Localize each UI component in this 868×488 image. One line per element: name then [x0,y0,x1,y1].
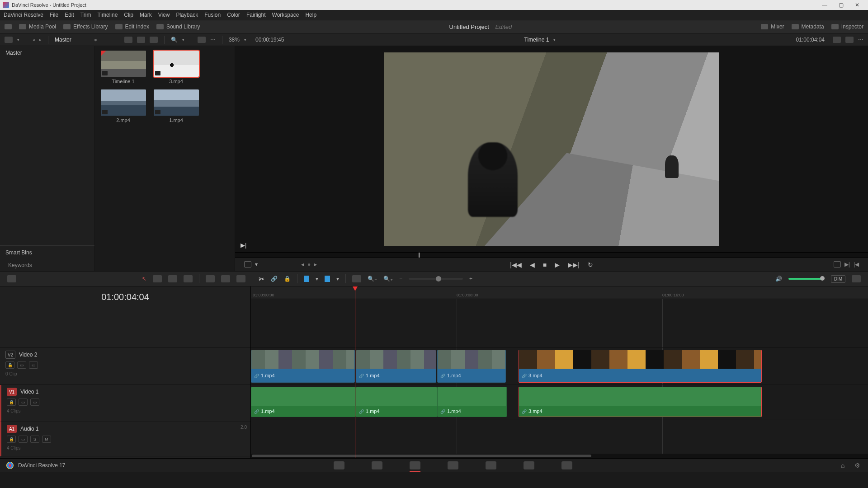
match-frame-icon[interactable] [834,261,841,267]
marker-dropdown[interactable]: ▾ [336,276,339,282]
keywords-bin[interactable]: Keywords [0,259,94,271]
viewer-zoom[interactable]: 38% [229,37,240,43]
menu-timeline[interactable]: Timeline [97,12,118,18]
v2-visible-icon[interactable]: ▭ [29,361,38,369]
go-to-in-icon[interactable]: ▶| [844,261,850,267]
viewer-options-icon[interactable]: ⋯ [858,37,863,43]
flag-dropdown[interactable]: ▾ [316,276,318,282]
menu-color[interactable]: Color [227,12,240,18]
v1-visible-icon[interactable]: ▭ [30,399,39,406]
menu-edit[interactable]: Edit [65,12,74,18]
flag-icon[interactable] [304,276,309,282]
clip-thumbnail[interactable] [101,51,146,77]
first-frame-button[interactable]: |◀◀ [510,261,522,268]
menu-trim[interactable]: Trim [80,12,91,18]
sidebar-toggle-icon[interactable] [5,37,13,43]
link-icon[interactable]: 🔗 [271,276,278,282]
prev-frame-button[interactable]: ◀ [530,261,535,268]
timeline-audio-clip[interactable]: 1.mp4 [356,387,437,417]
timeline-audio-clip-selected[interactable]: 3.mp4 [519,387,762,417]
transform-overlay-icon[interactable] [244,261,251,267]
single-dual-viewer-icon[interactable] [845,37,854,43]
clip-2mp4[interactable]: 2.mp4 [99,89,147,123]
meters-icon[interactable] [852,275,861,282]
stop-button[interactable]: ■ [543,261,547,268]
overlay-dropdown[interactable]: ▾ [255,261,258,267]
timeline-zoom-slider[interactable] [409,278,463,280]
insert-clip-icon[interactable] [206,275,215,282]
clip-3mp4[interactable]: 3.mp4 [152,51,200,84]
nav-forward[interactable]: ▸ [39,38,42,42]
menu-workspace[interactable]: Workspace [272,12,299,18]
loop-button[interactable]: ↻ [588,261,593,268]
a1-mute-button[interactable]: M [42,436,51,443]
clip-timeline-1[interactable]: Timeline 1 [99,51,147,84]
dynamic-trim-icon[interactable] [168,275,177,282]
menu-mark[interactable]: Mark [140,12,152,18]
media-pool-toggle[interactable]: Media Pool [19,23,56,30]
play-button[interactable]: ▶ [555,261,560,268]
v2-track-name[interactable]: Video 2 [19,352,37,358]
trim-tool-icon[interactable] [153,275,162,282]
timeline-dropdown[interactable]: ▾ [553,38,556,42]
sort-icon[interactable] [198,37,206,43]
search-dropdown[interactable]: ▾ [182,38,184,42]
blade-tool-icon[interactable] [184,275,193,282]
lock-icon[interactable]: 🔒 [284,276,291,282]
menu-fairlight[interactable]: Fairlight [246,12,266,18]
sidebar-toggle-dropdown[interactable]: ▾ [17,38,19,42]
menu-fusion[interactable]: Fusion [204,12,221,18]
next-mark-icon[interactable]: ▸ [314,261,317,267]
zoom-minus[interactable]: − [399,276,402,282]
maximize-button[interactable]: ▢ [833,0,849,10]
grid-view-icon[interactable] [137,37,145,43]
zoom-dropdown[interactable]: ▾ [244,38,246,42]
search-icon[interactable]: 🔍 [171,37,178,43]
menu-view[interactable]: View [158,12,170,18]
menu-davinci[interactable]: DaVinci Resolve [4,12,43,18]
clip-thumbnail[interactable] [101,89,146,116]
bypass-fx-icon[interactable] [833,37,841,43]
timeline-clip[interactable]: 1.mp4 [251,350,355,383]
a1-autoselect-icon[interactable]: ▭ [19,436,28,443]
selection-tool-icon[interactable]: ↖ [142,276,146,282]
track-v2[interactable] [251,308,868,348]
home-icon[interactable]: ⌂ [841,462,848,469]
timeline-clip[interactable]: 1.mp4 [437,350,506,383]
timeline-audio-clip[interactable]: 1.mp4 [437,387,507,417]
timeline-timecode[interactable]: 01:00:04:04 [0,286,250,308]
zoom-in-icon[interactable]: 🔍₊ [383,276,393,282]
more-icon[interactable]: ⋯ [210,37,216,43]
timeline-hscroll[interactable] [251,454,868,458]
v1-lock-icon[interactable]: 🔒 [7,399,16,406]
replace-clip-icon[interactable] [236,275,245,282]
v2-dest-toggle[interactable]: V2 [5,351,15,359]
track-v1[interactable]: 1.mp4 1.mp4 1.mp4 3.mp4 [251,348,868,385]
list-view-icon[interactable] [150,37,158,43]
volume-icon[interactable]: 🔊 [775,276,782,282]
v1-dest-toggle[interactable]: V1 [7,388,17,396]
dim-button[interactable]: DIM [831,275,845,283]
deliver-page-tab[interactable] [561,461,572,469]
thumb-view-icon[interactable] [124,37,132,43]
timeline-body[interactable]: 01:00:00:00 01:00:08:00 01:00:16:00 1.mp… [251,286,868,458]
menu-help[interactable]: Help [305,12,316,18]
playhead[interactable] [355,286,355,458]
master-bin[interactable]: Master [0,46,94,60]
color-page-tab[interactable] [486,461,496,469]
nav-back[interactable]: ◂ [33,38,35,42]
project-settings-icon[interactable]: ⚙ [854,462,862,469]
a1-dest-toggle[interactable]: A1 [7,425,17,433]
effects-library-toggle[interactable]: Effects Library [63,23,108,30]
media-page-tab[interactable] [334,461,344,469]
program-viewer[interactable]: ▶| [235,46,868,252]
overwrite-clip-icon[interactable] [221,275,230,282]
edit-page-tab[interactable] [410,461,420,469]
find-icon[interactable] [352,275,361,282]
smart-bins-header[interactable]: Smart Bins [0,245,94,259]
menu-playback[interactable]: Playback [176,12,198,18]
next-frame-button[interactable]: ▶▶| [568,261,580,268]
inspector-toggle[interactable]: Inspector [831,23,863,30]
blade-icon[interactable]: ✂ [259,275,264,283]
track-a1[interactable]: 1.mp4 1.mp4 1.mp4 3.mp4 [251,385,868,419]
